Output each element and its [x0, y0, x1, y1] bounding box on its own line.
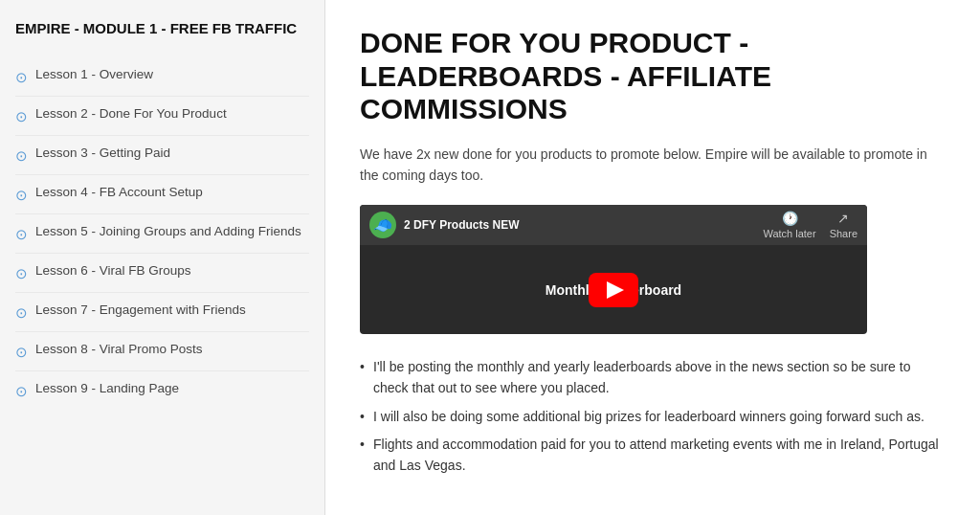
youtube-play-button[interactable]: [589, 273, 638, 307]
sidebar-nav: ⊙Lesson 1 - Overview⊙Lesson 2 - Done For…: [15, 57, 309, 410]
sidebar-item-label: Lesson 2 - Done For You Product: [35, 105, 227, 123]
sidebar-item-lesson-9[interactable]: ⊙Lesson 9 - Landing Page: [15, 371, 309, 410]
play-circle-icon: ⊙: [15, 263, 28, 283]
play-circle-icon: ⊙: [15, 342, 28, 362]
play-circle-icon: ⊙: [15, 224, 28, 244]
play-circle-icon: ⊙: [15, 185, 28, 205]
sidebar-item-lesson-1[interactable]: ⊙Lesson 1 - Overview: [15, 57, 309, 97]
video-top-bar: 🧢 2 DFY Products NEW 🕐 Watch later ↗ Sha…: [360, 205, 867, 245]
clock-icon: 🕐: [782, 211, 798, 226]
play-circle-icon: ⊙: [15, 302, 28, 323]
sidebar: EMPIRE - MODULE 1 - FREE FB TRAFFIC ⊙Les…: [0, 0, 325, 515]
sidebar-item-label: Lesson 5 - Joining Groups and Adding Fri…: [35, 223, 301, 241]
sidebar-item-label: Lesson 7 - Engagement with Friends: [35, 302, 246, 320]
play-circle-icon: ⊙: [15, 146, 28, 166]
sidebar-item-label: Lesson 8 - Viral Promo Posts: [35, 341, 203, 359]
main-content: DONE FOR YOU PRODUCT - LEADERBOARDS - AF…: [325, 0, 980, 515]
sidebar-item-label: Lesson 9 - Landing Page: [35, 380, 179, 398]
page-container: EMPIRE - MODULE 1 - FREE FB TRAFFIC ⊙Les…: [0, 0, 980, 515]
sidebar-item-lesson-6[interactable]: ⊙Lesson 6 - Viral FB Groups: [15, 254, 309, 293]
main-description: We have 2x new done for you products to …: [360, 144, 946, 187]
watch-later-button[interactable]: 🕐 Watch later: [763, 211, 815, 239]
share-icon: ↗: [837, 211, 849, 226]
bullet-item-2: I will also be doing some additional big…: [360, 403, 946, 432]
sidebar-item-lesson-2[interactable]: ⊙Lesson 2 - Done For You Product: [15, 97, 309, 136]
video-embed[interactable]: 🧢 2 DFY Products NEW 🕐 Watch later ↗ Sha…: [360, 205, 867, 334]
video-actions: 🕐 Watch later ↗ Share: [763, 211, 858, 239]
video-body: Monthly Leaderboard: [360, 245, 867, 334]
sidebar-item-lesson-4[interactable]: ⊙Lesson 4 - FB Account Setup: [15, 175, 309, 214]
page-title: DONE FOR YOU PRODUCT - LEADERBOARDS - AF…: [360, 27, 946, 126]
sidebar-title: EMPIRE - MODULE 1 - FREE FB TRAFFIC: [15, 19, 309, 38]
bullet-item-1: I'll be posting the monthly and yearly l…: [360, 353, 946, 402]
sidebar-item-label: Lesson 1 - Overview: [35, 66, 153, 84]
sidebar-item-label: Lesson 3 - Getting Paid: [35, 145, 170, 163]
sidebar-item-lesson-8[interactable]: ⊙Lesson 8 - Viral Promo Posts: [15, 332, 309, 371]
sidebar-item-lesson-5[interactable]: ⊙Lesson 5 - Joining Groups and Adding Fr…: [15, 214, 309, 254]
channel-name: 2 DFY Products NEW: [404, 218, 763, 232]
play-circle-icon: ⊙: [15, 106, 28, 126]
play-circle-icon: ⊙: [15, 67, 28, 87]
bullet-item-3: Flights and accommodation paid for you t…: [360, 431, 946, 480]
share-button[interactable]: ↗ Share: [830, 211, 858, 239]
bullet-list: I'll be posting the monthly and yearly l…: [360, 353, 946, 480]
channel-avatar: 🧢: [369, 212, 396, 238]
sidebar-item-lesson-7[interactable]: ⊙Lesson 7 - Engagement with Friends: [15, 293, 309, 332]
sidebar-item-lesson-3[interactable]: ⊙Lesson 3 - Getting Paid: [15, 136, 309, 175]
sidebar-item-label: Lesson 6 - Viral FB Groups: [35, 262, 191, 280]
play-circle-icon: ⊙: [15, 381, 28, 401]
sidebar-item-label: Lesson 4 - FB Account Setup: [35, 184, 203, 202]
